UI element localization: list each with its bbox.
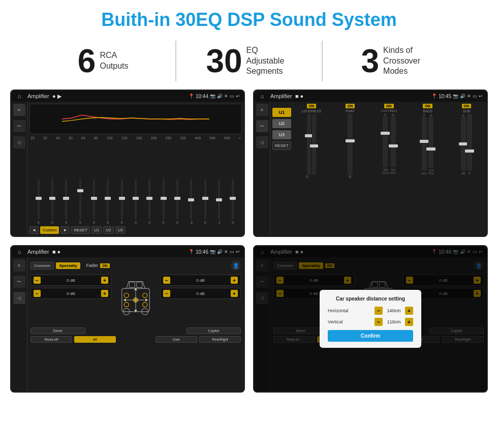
back-icon-2[interactable]: ↩ <box>479 94 483 99</box>
speaker-icon-3[interactable]: ◁ <box>13 292 25 304</box>
stat-crossover: 3 Kinds of Crossover Modes <box>323 45 468 77</box>
svg-point-6 <box>124 293 129 297</box>
eq-slider-11: -1 <box>184 179 198 224</box>
eq-slider-3: 5 <box>73 179 87 224</box>
status-icons-1: 📍 10:44 📷 🔊 ✕ ▭ ↩ <box>189 94 240 99</box>
cross-reset-btn[interactable]: RESET <box>272 141 291 150</box>
tab-specialty-3[interactable]: Specialty <box>56 262 80 269</box>
eq-graph <box>29 104 242 134</box>
db-plus-1[interactable]: + <box>101 290 108 297</box>
speaker-icon-2[interactable]: ◁ <box>256 136 268 148</box>
vertical-control: − 110cm + <box>375 318 413 326</box>
screen-crossover: ⌂ Amplifier ■ ● 📍 10:45 📷 🔊 ✕ ▭ ↩ ≡ 〜 ◁ … <box>253 89 488 237</box>
eq-icon-2[interactable]: ≡ <box>256 104 268 116</box>
location-icon-2: 📍 <box>431 94 437 99</box>
sub-group: ON SUB G 20 5 <box>448 104 485 234</box>
db-val-3: 0 dB <box>172 291 229 296</box>
u3-button[interactable]: U3 <box>272 130 291 139</box>
back-icon-3[interactable]: ↩ <box>236 249 240 254</box>
db-plus-3[interactable]: + <box>231 290 238 297</box>
location-icon: 📍 <box>189 94 194 99</box>
svg-marker-15 <box>123 298 126 301</box>
eq-content: 2532405063 80100125160200 25032040050063… <box>27 102 244 236</box>
eq-layout: ≡ 〜 ◁ 2532405063 80100125160200 25032040… <box>11 102 244 236</box>
vertical-plus[interactable]: + <box>405 318 413 326</box>
eq-u3-btn[interactable]: U3 <box>115 226 126 234</box>
speaker-icon[interactable]: ◁ <box>13 136 25 148</box>
eq-slider-2: 0 <box>59 179 73 224</box>
stat-crossover-number: 3 <box>361 45 380 77</box>
db-val-0: 0 dB <box>42 278 100 283</box>
tab-common-3[interactable]: Common <box>30 262 54 270</box>
all-btn[interactable]: All <box>74 336 116 343</box>
eq-slider-13: -1 <box>212 179 226 224</box>
screen-title-1: Amplifier ● ▶ <box>27 93 186 100</box>
wave-icon-2[interactable]: 〜 <box>256 120 268 132</box>
db-plus-0[interactable]: + <box>101 277 108 284</box>
stat-rca: 6 RCA Outputs <box>30 45 175 77</box>
user-icon-3: 👤 <box>231 260 241 271</box>
location-icon-3: 📍 <box>189 249 194 254</box>
stat-eq-label: EQ Adjustable Segments <box>246 45 292 77</box>
home-icon-3[interactable]: ⌂ <box>15 248 23 256</box>
horizontal-label: Horizontal <box>328 308 349 313</box>
phat-label: PHAT <box>346 109 355 113</box>
svg-rect-2 <box>129 282 135 288</box>
eq-slider-1: 0 <box>45 179 59 224</box>
status-icons-3: 📍 10:46 📷 🔊 ✕ ▭ ↩ <box>189 249 240 255</box>
stat-rca-number: 6 <box>78 45 96 77</box>
stat-crossover-label: Kinds of Crossover Modes <box>383 45 429 77</box>
camera-icon-3: 📷 <box>210 249 215 254</box>
db-minus-2[interactable]: − <box>163 277 170 284</box>
eq-icon[interactable]: ≡ <box>13 104 25 116</box>
dialog-horizontal-row: Horizontal − 140cm + <box>328 307 413 315</box>
fader-footer-1: Driver Copilot <box>30 327 241 334</box>
vertical-minus[interactable]: − <box>375 318 383 326</box>
eq-reset-btn[interactable]: RESET <box>71 226 90 234</box>
status-icons-2: 📍 10:45 📷 🔊 ✕ ▭ ↩ <box>431 94 483 99</box>
copilot-btn[interactable]: Copilot <box>186 327 241 334</box>
rearright-btn[interactable]: RearRight <box>199 336 241 343</box>
bass-label: BASS <box>423 109 432 113</box>
db-minus-1[interactable]: − <box>34 290 41 297</box>
eq-sidebar: ≡ 〜 ◁ <box>11 102 27 236</box>
db-control-3: − 0 dB + <box>160 288 241 299</box>
eq-play-btn[interactable]: ► <box>60 226 70 234</box>
eq-u2-btn[interactable]: U2 <box>103 226 113 234</box>
eq-custom-btn[interactable]: Custom <box>40 226 59 234</box>
db-minus-0[interactable]: − <box>34 277 41 284</box>
wave-icon-3[interactable]: 〜 <box>13 276 25 288</box>
eq-slider-0: 0 <box>32 179 45 224</box>
svg-marker-16 <box>145 298 148 301</box>
back-icon[interactable]: ↩ <box>236 94 240 99</box>
loudness-track-2 <box>312 114 316 175</box>
dialog-vertical-row: Vertical − 110cm + <box>328 318 413 326</box>
home-icon[interactable]: ⌂ <box>15 92 23 100</box>
wave-icon[interactable]: 〜 <box>13 120 25 132</box>
vertical-label: Vertical <box>328 319 343 324</box>
eq-u1-btn[interactable]: U1 <box>91 226 102 234</box>
eq-sliders: 0 0 0 5 0 0 0 0 0 0 0 -1 0 -1 0 <box>29 142 242 224</box>
rearleft-btn[interactable]: RearLeft <box>30 336 72 343</box>
fader-layout: ≡ 〜 ◁ Common Specialty Fader ON 👤 − 0 dB <box>11 257 244 392</box>
driver-btn[interactable]: Driver <box>30 327 85 334</box>
wifi-icon: ✕ <box>224 94 228 99</box>
screens-grid: ⌂ Amplifier ● ▶ 📍 10:44 📷 🔊 ✕ ▭ ↩ ≡ 〜 ◁ <box>0 89 498 393</box>
home-icon-2[interactable]: ⌂ <box>258 92 266 100</box>
status-bar-3: ⌂ Amplifier ■ ● 📍 10:46 📷 🔊 ✕ ▭ ↩ <box>11 246 244 257</box>
horizontal-plus[interactable]: + <box>405 307 413 315</box>
user-btn[interactable]: User <box>155 336 197 343</box>
horizontal-minus[interactable]: − <box>375 307 383 315</box>
eq-icon-3[interactable]: ≡ <box>13 259 25 272</box>
db-minus-3[interactable]: − <box>163 290 170 297</box>
confirm-button[interactable]: Confirm <box>328 330 413 342</box>
fader-left-controls: − 0 dB + − 0 dB + <box>30 275 111 325</box>
cutfreq-group: ON CUT FREQ F 3.0 100Hz G <box>370 104 407 234</box>
phat-track <box>348 114 353 175</box>
db-plus-2[interactable]: + <box>231 277 238 284</box>
eq-prev-btn[interactable]: ◄ <box>29 226 39 234</box>
u1-button[interactable]: U1 <box>272 108 291 117</box>
u2-button[interactable]: U2 <box>272 119 291 128</box>
fader-footer-2: RearLeft All User RearRight <box>30 336 241 343</box>
fader-main: − 0 dB + − 0 dB + <box>30 275 241 325</box>
